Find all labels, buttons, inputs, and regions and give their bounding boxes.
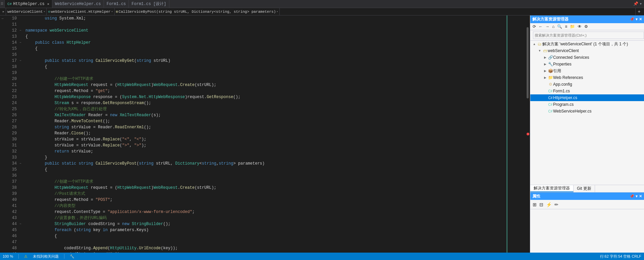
connected-services-label: Connected Services bbox=[553, 55, 589, 60]
properties-panel: 属性 📌 ▾ ✕ ⊞ ⊟ ⚡ ✏ bbox=[530, 192, 644, 253]
folder-view-button[interactable]: 📁 bbox=[569, 24, 576, 29]
tab-close-icon[interactable]: ✕ bbox=[47, 2, 49, 6]
fold-14[interactable]: − bbox=[18, 40, 23, 46]
props-categorized-icon[interactable]: ⊞ bbox=[532, 202, 538, 208]
props-close-icon[interactable]: ✕ bbox=[639, 194, 642, 199]
solution-explorer-toolbar: ⟳ ← → ⌂ 🔍 ≡ 📁 👁 ⚙ bbox=[530, 23, 644, 30]
code-line-34: public static string CallServiceByPost(s… bbox=[25, 161, 506, 167]
code-line-38: HttpWebRequest request = (HttpWebRequest… bbox=[25, 185, 506, 191]
nav-project-label: webServiceClient bbox=[7, 10, 43, 14]
code-line-24: Stream s = response.GetResponseStream(); bbox=[25, 100, 506, 106]
nav-class-dropdown[interactable]: ⊙ webServiceClient.HttpHelper ▾ bbox=[47, 8, 114, 15]
status-warning-text: 未找到相关问题 bbox=[33, 254, 59, 259]
props-pin-icon[interactable]: 📌 bbox=[630, 194, 634, 199]
nav-add-button[interactable]: + bbox=[635, 8, 643, 15]
close-header-icon[interactable]: ✕ bbox=[639, 17, 642, 21]
code-line-43: //设置参数，并进行URL编码 bbox=[25, 215, 506, 221]
properties-toolbar: ⊞ ⊟ ⚡ ✏ bbox=[530, 200, 644, 209]
fold-12[interactable]: − bbox=[18, 28, 23, 34]
fold-34[interactable]: − bbox=[18, 161, 23, 167]
code-line-31: strValue = strValue.Replace(">", ">"); bbox=[25, 142, 506, 148]
pin-header-icon[interactable]: 📌 bbox=[630, 17, 634, 21]
home-button[interactable]: ⌂ bbox=[551, 24, 555, 29]
props-alphabetical-icon[interactable]: ⊟ bbox=[538, 202, 544, 208]
pin-icon[interactable]: 📌 bbox=[633, 1, 638, 6]
tree-httphelper[interactable]: C# HttpHelper.cs bbox=[530, 94, 644, 101]
tree-program[interactable]: C# Program.cs bbox=[530, 101, 644, 108]
appconfig-icon: ⚙ bbox=[548, 82, 553, 87]
code-line-42: request.ContentType = "application/x-www… bbox=[25, 209, 506, 215]
tree-appconfig[interactable]: ⚙ App.config bbox=[530, 81, 644, 88]
tab-git[interactable]: Git 更新 bbox=[574, 185, 595, 192]
webrefs-expand-icon[interactable]: ▶ bbox=[542, 76, 548, 79]
bookmark-indicator bbox=[527, 133, 529, 135]
tree-connected-services[interactable]: ▶ 🔗 Connected Services bbox=[530, 54, 644, 61]
fold-17[interactable]: − bbox=[18, 58, 23, 64]
tab-form1[interactable]: Form1.cs bbox=[104, 0, 129, 8]
tree-properties[interactable]: ▶ 🔧 Properties bbox=[530, 61, 644, 68]
bottom-tab-bar: 解决方案资源管理器 Git 更新 bbox=[530, 185, 644, 192]
zoom-level: 100 % bbox=[3, 254, 13, 258]
tab-solution-explorer[interactable]: 解决方案资源管理器 bbox=[530, 185, 574, 192]
forward-button[interactable]: → bbox=[544, 24, 550, 29]
props-events-icon[interactable]: ⚡ bbox=[545, 202, 553, 208]
sync-button[interactable]: ⟳ bbox=[532, 24, 537, 29]
status-icon: ⚠ bbox=[24, 254, 28, 259]
cs-icon: C# bbox=[7, 2, 12, 6]
code-line-27: Reader.MoveToContent(); bbox=[25, 118, 506, 124]
overflow-menu-icon[interactable]: ▾ bbox=[640, 1, 642, 6]
tree-references[interactable]: ▶ 📦 引用 bbox=[530, 68, 644, 74]
settings-button[interactable]: ⚙ bbox=[583, 24, 589, 29]
v-scrollbar-thumb[interactable] bbox=[527, 27, 529, 98]
search-icon-btn[interactable]: 🔍 bbox=[556, 24, 563, 29]
nav-left-gutter[interactable]: ▶ bbox=[1, 8, 6, 15]
code-line-15: { bbox=[25, 46, 506, 52]
connected-expand-icon[interactable]: ▶ bbox=[542, 56, 548, 59]
project-label: webServiceClient bbox=[548, 48, 579, 53]
chevron-header-icon[interactable]: ▾ bbox=[636, 17, 638, 21]
gutter-icon-1[interactable]: → bbox=[1, 17, 3, 20]
tree-project[interactable]: ▼ 🗃 webServiceClient bbox=[530, 47, 644, 54]
props-chevron-icon[interactable]: ▾ bbox=[636, 194, 638, 199]
nav-project-dropdown[interactable]: webServiceClient ▾ bbox=[6, 8, 47, 15]
solution-expand-icon[interactable]: ▲ bbox=[532, 42, 537, 46]
nav-method-dropdown[interactable]: ⊞ CallServiceByPost(string strURL, Dicti… bbox=[115, 8, 280, 15]
search-input[interactable] bbox=[533, 32, 644, 39]
nav-method-label: CallServiceByPost(string strURL, Diction… bbox=[119, 10, 276, 14]
code-line-10: using System.Xml; bbox=[25, 15, 506, 21]
refs-expand-icon[interactable]: ▶ bbox=[542, 69, 548, 73]
back-button[interactable]: ← bbox=[538, 24, 544, 29]
tab-httphelper[interactable]: C# HttpHelper.cs ✕ bbox=[5, 0, 52, 8]
tab-webservicehelper-label: WebServiceHelper.cs bbox=[55, 2, 101, 6]
tree-solution-root[interactable]: ▲ 🗂 解决方案 'webServiceClient' (1 个项目，共 1 个… bbox=[530, 41, 644, 47]
code-line-40: request.Method = "POST"; bbox=[25, 197, 506, 203]
code-editor[interactable]: 1011121314 1516171819 2021222324 2526272… bbox=[5, 15, 530, 253]
tab-form1design[interactable]: Form1.cs [设计] bbox=[129, 0, 169, 8]
props-expand-icon[interactable]: ▶ bbox=[542, 62, 548, 66]
settings-icon-status[interactable]: 🔧 bbox=[70, 254, 74, 259]
tree-form1[interactable]: C# Form1.cs bbox=[530, 88, 644, 94]
status-bar: 100 % ⚠ 未找到相关问题 🔧 行:62 字符:54 空格 CRLF bbox=[0, 253, 644, 260]
project-expand-icon[interactable]: ▼ bbox=[537, 49, 542, 52]
code-content[interactable]: using System.Xml; namespace webServiceCl… bbox=[23, 15, 506, 253]
fold-45[interactable]: − bbox=[18, 221, 23, 227]
tab-solution-label: 解决方案资源管理器 bbox=[534, 185, 570, 191]
code-line-16 bbox=[25, 52, 506, 58]
status-divider-2 bbox=[64, 254, 64, 259]
code-line-45: foreach (string key in parameters.Keys) bbox=[25, 227, 506, 233]
code-line-30: strValue = strValue.Replace("<", "<"); bbox=[25, 136, 506, 142]
props-settings-icon[interactable]: ✏ bbox=[553, 202, 559, 208]
tree-web-references[interactable]: ▶ 📁 Web References bbox=[530, 74, 644, 81]
properties-title: 属性 bbox=[532, 193, 540, 199]
code-line-23: HttpWebResponse response = (System.Net.H… bbox=[25, 94, 506, 100]
nav-class-chevron: ▾ bbox=[111, 10, 113, 13]
filter-button[interactable]: ≡ bbox=[564, 24, 568, 29]
sidebar-toggle-icon[interactable]: ☰ bbox=[0, 2, 3, 6]
code-line-37: //创建一个HTTP请求 bbox=[25, 179, 506, 185]
solution-explorer-panel: 解决方案资源管理器 📌 ▾ ✕ ⟳ ← → ⌂ 🔍 ≡ 📁 👁 ⚙ bbox=[530, 15, 644, 253]
tree-webservicehelper[interactable]: C# WebServiceHelper.cs bbox=[530, 108, 644, 115]
method-icon: ⊞ bbox=[116, 10, 118, 14]
preview-button[interactable]: 👁 bbox=[577, 24, 583, 29]
code-line-11 bbox=[25, 21, 506, 28]
tab-webservicehelper[interactable]: WebServiceHelper.cs bbox=[52, 0, 104, 8]
